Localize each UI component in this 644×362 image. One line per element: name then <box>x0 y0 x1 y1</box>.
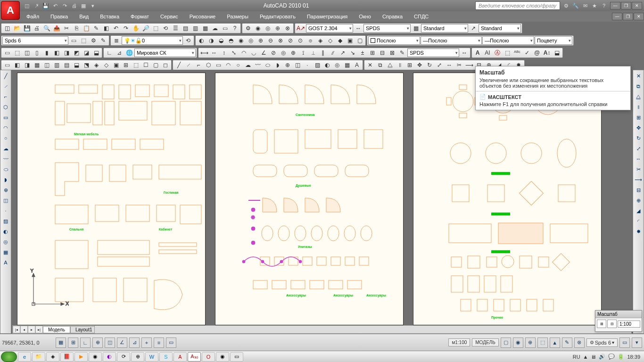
l2-2-icon[interactable]: ◑ <box>206 36 216 45</box>
sd16-icon[interactable]: ▢ <box>151 61 160 69</box>
zoom-prev-icon[interactable]: ⟲ <box>161 24 170 33</box>
l2-7-icon[interactable]: ⊕ <box>256 36 265 45</box>
grid-btn[interactable]: ⊞ <box>68 337 78 348</box>
sd12-icon[interactable]: ▣ <box>111 61 121 69</box>
l2-13-icon[interactable]: ◈ <box>315 36 325 45</box>
tb-app5-icon[interactable]: ⊕ <box>131 352 144 362</box>
p-grad-icon[interactable]: ◐ <box>1 227 10 236</box>
polygon-icon[interactable]: ⬡ <box>204 61 213 69</box>
p-arc-icon[interactable]: ◠ <box>1 123 10 132</box>
d21-icon[interactable]: ✎ <box>397 49 407 57</box>
rp-10-icon[interactable]: ✂ <box>634 165 643 174</box>
p-ellarc-icon[interactable]: ◗ <box>1 175 10 184</box>
ellarc-icon[interactable]: ◗ <box>273 61 282 69</box>
m4-icon[interactable]: ▯ <box>32 49 41 57</box>
sd10-icon[interactable]: ◈ <box>91 61 101 69</box>
menu-edit[interactable]: Правка <box>45 12 74 21</box>
color-combo[interactable]: Послою <box>368 36 420 45</box>
region-icon[interactable]: ◎ <box>332 61 342 69</box>
copy2-icon[interactable]: ⧉ <box>375 61 385 69</box>
close-button[interactable]: ✕ <box>632 2 642 9</box>
table-style-combo[interactable]: Standard <box>421 24 468 33</box>
d17-icon[interactable]: ± <box>358 49 367 57</box>
tray-icon2[interactable]: 🔊 <box>599 354 605 360</box>
spds-btn3-icon[interactable]: ⚙ <box>89 36 98 45</box>
p-hatch-icon[interactable]: ▨ <box>1 216 10 226</box>
m2-icon[interactable]: ⬚ <box>12 49 22 57</box>
key-icon[interactable]: 🔧 <box>571 1 580 10</box>
maximize-button[interactable]: ❐ <box>621 2 631 9</box>
tab-next-icon[interactable]: ▸ <box>28 326 35 333</box>
menu-insert[interactable]: Вставка <box>94 12 125 21</box>
offset-icon[interactable]: ⫴ <box>395 61 405 69</box>
tb-word-icon[interactable]: W <box>145 352 158 362</box>
p-xline-icon[interactable]: ⟋ <box>1 82 10 91</box>
menu-format[interactable]: Формат <box>125 12 155 21</box>
tray-icon3[interactable]: 💬 <box>608 354 615 360</box>
spds-btn1-icon[interactable]: ▭ <box>69 36 78 45</box>
mtext-icon[interactable]: A <box>352 61 362 69</box>
t8-icon[interactable]: A↕ <box>542 49 552 57</box>
lineweight-combo[interactable]: — Послою <box>421 36 482 45</box>
sd2-icon[interactable]: ◧ <box>12 61 22 69</box>
arc-icon[interactable]: ◠ <box>223 61 233 69</box>
st-b5[interactable]: ▲ <box>550 337 560 348</box>
rotate-icon[interactable]: ↻ <box>425 61 434 69</box>
mleaderstyle-icon[interactable]: ↗ <box>469 24 478 33</box>
l2-8-icon[interactable]: ⊖ <box>266 36 275 45</box>
tab-layout1[interactable]: Layout1 <box>70 326 98 333</box>
l2-14-icon[interactable]: ◇ <box>325 36 335 45</box>
sd9-icon[interactable]: ⬔ <box>82 61 91 69</box>
help-icon[interactable]: ? <box>600 1 608 10</box>
gradient-icon[interactable]: ◐ <box>322 61 332 69</box>
st-b9[interactable]: ▾ <box>632 337 642 348</box>
ws-icon3[interactable]: ◎ <box>263 24 272 33</box>
tab-prev-icon[interactable]: ◂ <box>20 326 28 333</box>
scale-status[interactable]: м1:100 <box>448 338 470 346</box>
ws-icon[interactable]: ⚙ <box>243 24 253 33</box>
sd1-icon[interactable]: ▭ <box>2 61 12 69</box>
d3-icon[interactable]: ↕ <box>219 49 229 57</box>
d9-icon[interactable]: ◎ <box>279 49 288 57</box>
rp-14-icon[interactable]: ◢ <box>634 206 643 215</box>
p-ellipse-icon[interactable]: ⬭ <box>1 165 10 174</box>
rp-3-icon[interactable]: ⧋ <box>634 92 643 101</box>
qat-save-icon[interactable]: 💾 <box>41 1 50 10</box>
qp-btn[interactable]: ▭ <box>166 337 176 348</box>
ducs-btn[interactable]: ⊿ <box>129 337 140 348</box>
p-block-icon[interactable]: ◫ <box>1 196 10 205</box>
lwt-btn[interactable]: ≡ <box>154 337 164 348</box>
pline-icon[interactable]: ⌐ <box>194 61 203 69</box>
tb-opera-icon[interactable]: O <box>202 352 215 362</box>
tb-skype-icon[interactable]: S <box>159 352 173 362</box>
new-icon[interactable]: ◫ <box>2 24 12 33</box>
p-text-icon[interactable]: A <box>1 258 10 267</box>
tray-icon4[interactable]: 🔋 <box>618 354 624 360</box>
qat-sheet-icon[interactable]: ▦ <box>79 1 88 10</box>
linetype-combo[interactable]: — Послою <box>482 36 534 45</box>
sd5-icon[interactable]: ◫ <box>42 61 51 69</box>
undo-icon[interactable]: ↶ <box>111 24 121 33</box>
qat-redo-icon[interactable]: ↷ <box>60 1 69 10</box>
rp-15-icon[interactable]: ◜ <box>634 216 643 226</box>
insert-icon[interactable]: ⊕ <box>283 61 292 69</box>
m8-icon[interactable]: ◩ <box>72 49 81 57</box>
stretch-icon[interactable]: ↔ <box>445 61 454 69</box>
plotstyle-combo[interactable]: Поцвету <box>535 36 572 45</box>
spds-combo[interactable]: Spds 6 <box>2 36 68 45</box>
props-icon[interactable]: ☰ <box>171 24 180 33</box>
qat-new-icon[interactable]: ◫ <box>23 1 31 10</box>
revcloud-icon[interactable]: ☁ <box>243 61 253 69</box>
menu-window[interactable]: Окно <box>353 12 377 21</box>
m5-icon[interactable]: ▮ <box>42 49 51 57</box>
tab-last-icon[interactable]: ▸| <box>35 326 43 333</box>
scale-panel[interactable]: Масштаб ⊞ ⊟ 1:100 <box>595 310 642 332</box>
sd8-icon[interactable]: ⬓ <box>72 61 81 69</box>
save-icon[interactable]: 💾 <box>22 24 32 33</box>
rp-5-icon[interactable]: ⊞ <box>634 113 643 122</box>
tb-explorer-icon[interactable]: 📁 <box>32 352 45 362</box>
ucs-combo[interactable]: Мировая СК <box>134 49 196 57</box>
dyn-btn[interactable]: + <box>141 337 152 348</box>
ws-icon5[interactable]: ⊗ <box>283 24 292 33</box>
rp-13-icon[interactable]: ⊕ <box>634 196 643 205</box>
